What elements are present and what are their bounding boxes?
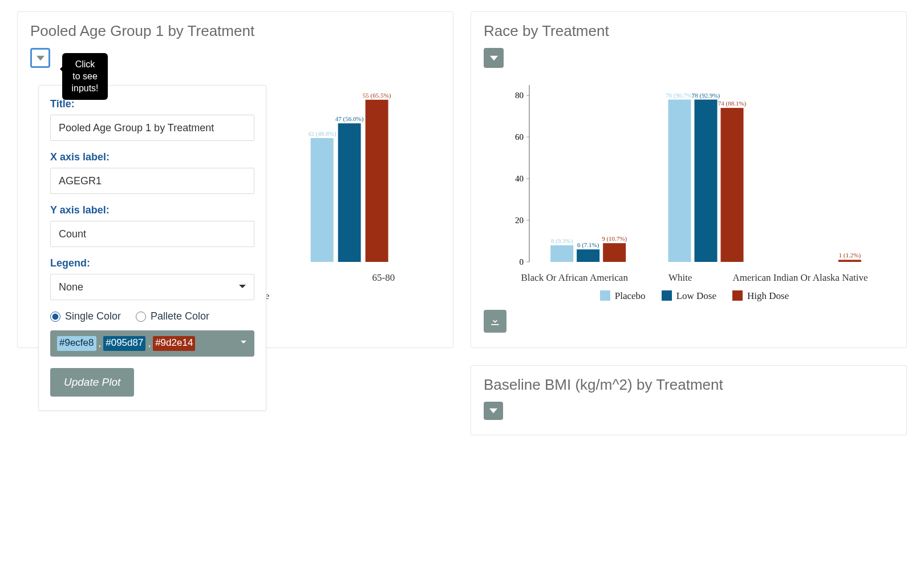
title-input[interactable]	[50, 115, 254, 141]
color-chip-2: #095d87	[103, 336, 145, 351]
title-label: Title:	[50, 98, 254, 110]
panel-bmi: Baseline BMI (kg/m^2) by Treatment	[471, 365, 907, 435]
svg-rect-27	[694, 100, 717, 262]
svg-text:8 (9.3%): 8 (9.3%)	[551, 237, 573, 245]
svg-text:74 (88.1%): 74 (88.1%)	[718, 100, 747, 107]
inputs-tooltip: Click to see inputs!	[62, 53, 108, 100]
panel-race: Race by Treatment 0204060808 (9.3%)6 (7.…	[471, 11, 907, 348]
svg-rect-1	[311, 138, 334, 262]
svg-rect-23	[603, 243, 626, 262]
legend-label: Legend:	[50, 257, 254, 269]
xaxis-input[interactable]	[50, 168, 254, 194]
inputs-toggle-button[interactable]	[484, 402, 503, 420]
single-color-radio[interactable]: Single Color	[50, 310, 121, 322]
update-plot-button[interactable]: Update Plot	[50, 368, 134, 397]
svg-marker-33	[489, 409, 497, 413]
panel-title: Pooled Age Group 1 by Treatment	[30, 22, 440, 40]
inputs-toggle-button[interactable]	[30, 48, 50, 68]
x-category-label: 65-80	[372, 272, 395, 284]
yaxis-input[interactable]	[50, 221, 254, 247]
xaxis-label: X axis label:	[50, 151, 254, 163]
x-category-label: American Indian Or Alaska Native	[732, 272, 868, 284]
svg-rect-5	[366, 100, 388, 262]
legend-swatch-low	[662, 290, 672, 301]
color-chip-3: #9d2e14	[153, 336, 195, 351]
color-mode-radiogroup: Single Color Pallete Color	[50, 310, 254, 322]
svg-text:78 (92.9%): 78 (92.9%)	[692, 92, 720, 99]
svg-marker-7	[490, 55, 498, 60]
svg-text:60: 60	[515, 132, 524, 142]
race-chart: 0204060808 (9.3%)6 (7.1%)9 (10.7%)78 (90…	[484, 74, 894, 302]
color-input[interactable]: #9ecfe8, #095d87, #9d2e14	[50, 330, 254, 357]
legend-select-value: None	[59, 281, 83, 293]
svg-text:1 (1.2%): 1 (1.2%)	[839, 252, 861, 259]
chart-legend: Placebo Low Dose High Dose	[501, 290, 888, 302]
inputs-toggle-button[interactable]	[484, 48, 504, 68]
svg-text:55 (65.5%): 55 (65.5%)	[363, 92, 391, 99]
panel-title: Baseline BMI (kg/m^2) by Treatment	[484, 376, 894, 394]
legend-swatch-placebo	[600, 290, 610, 301]
svg-marker-0	[37, 55, 44, 60]
legend-swatch-high	[732, 290, 743, 301]
svg-text:20: 20	[515, 216, 524, 225]
color-chip-1: #9ecfe8	[57, 336, 96, 351]
inputs-popover: Title: X axis label: Y axis label: Legen…	[38, 85, 266, 411]
svg-text:42 (48.8%): 42 (48.8%)	[308, 130, 337, 138]
svg-text:9 (10.7%): 9 (10.7%)	[602, 235, 627, 242]
chart-svg: 0204060808 (9.3%)6 (7.1%)9 (10.7%)78 (90…	[501, 74, 888, 268]
panel-title: Race by Treatment	[484, 22, 894, 40]
svg-text:40: 40	[515, 174, 524, 183]
pallete-color-radio[interactable]: Pallete Color	[136, 310, 209, 322]
svg-rect-3	[338, 123, 361, 262]
svg-rect-25	[668, 100, 691, 262]
chevron-down-icon	[241, 341, 246, 346]
svg-text:80: 80	[515, 91, 524, 100]
x-category-label: White	[668, 272, 692, 284]
svg-text:47 (56.0%): 47 (56.0%)	[335, 115, 364, 123]
chevron-down-icon	[239, 285, 246, 292]
svg-rect-29	[721, 108, 744, 262]
download-button[interactable]	[484, 310, 506, 333]
x-category-label: Black Or African American	[521, 272, 628, 284]
svg-rect-19	[550, 245, 573, 262]
svg-rect-31	[838, 260, 861, 262]
panel-pooled-age: Pooled Age Group 1 by Treatment Click to…	[17, 11, 453, 348]
legend-select[interactable]: None	[50, 274, 254, 300]
svg-text:0: 0	[520, 257, 524, 266]
yaxis-label: Y axis label:	[50, 204, 254, 216]
svg-text:6 (7.1%): 6 (7.1%)	[577, 241, 599, 249]
svg-rect-21	[577, 249, 599, 262]
svg-text:78 (90.7%): 78 (90.7%)	[666, 92, 694, 99]
